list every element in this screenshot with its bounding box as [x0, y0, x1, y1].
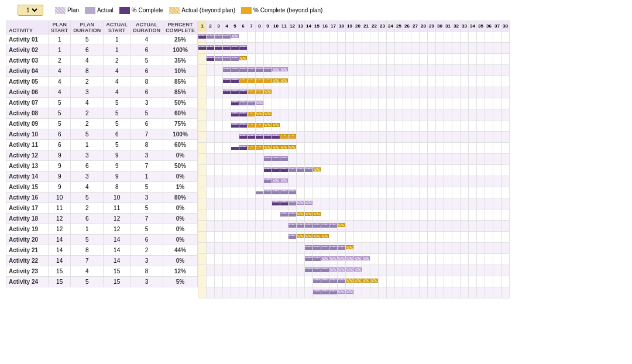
gantt-cell-p15 [313, 198, 321, 210]
gantt-cell-p25 [395, 243, 403, 254]
gantt-cell-p36 [485, 210, 493, 221]
gantt-cell-p3 [215, 198, 223, 210]
gantt-cell-p24 [387, 165, 395, 176]
gantt-cell-p1 [198, 154, 207, 165]
gantt-cell-p16 [321, 187, 329, 198]
gantt-cell-p15 [313, 32, 321, 43]
gantt-cell-p12 [288, 121, 297, 132]
gantt-cell-p26 [403, 176, 411, 187]
gantt-cell-p19 [346, 232, 354, 243]
cell-actual_start: 14 [104, 245, 130, 256]
gantt-cell-p18 [338, 254, 346, 265]
cell-actual_duration: 1 [130, 171, 163, 182]
gantt-cell-p32 [452, 276, 461, 287]
gantt-cell-p20 [354, 176, 362, 187]
pct-bar [264, 136, 272, 139]
gantt-cell-p27 [411, 165, 420, 176]
gantt-cell-p1 [198, 98, 207, 109]
gantt-cell-p10 [272, 143, 280, 154]
gantt-cell-p15 [313, 187, 321, 198]
gantt-cell-p23 [379, 210, 387, 221]
actual-bar [321, 280, 329, 283]
gantt-cell-p19 [346, 287, 354, 298]
gantt-cell-p9 [264, 243, 272, 254]
period-highlight-control[interactable]: 123 [18, 5, 43, 16]
gantt-cell-p19 [346, 54, 354, 65]
gantt-cell-p1 [198, 54, 207, 65]
actual-bar [239, 102, 247, 105]
gantt-cell-p32 [452, 109, 461, 121]
cell-actual_start: 9 [104, 150, 130, 161]
gantt-cell-p13 [297, 287, 305, 298]
cell-actual_start: 9 [104, 161, 130, 171]
beyond-bar [280, 78, 288, 83]
gantt-cell-p17 [329, 265, 338, 276]
gantt-cell-p6 [239, 165, 248, 176]
plan-bar [280, 178, 288, 183]
table-row: Activity 1493910% [6, 171, 198, 182]
page: 123 Plan Actual % Complete Actual (beyon… [0, 0, 632, 364]
gantt-cell-p35 [477, 165, 485, 176]
cell-percent: 0% [163, 214, 198, 224]
gantt-cell-p28 [420, 121, 428, 132]
gantt-cell-p25 [395, 109, 403, 121]
gantt-cell-p29 [428, 221, 436, 232]
gantt-cell-p7 [248, 98, 256, 109]
gantt-cell-p19 [346, 143, 354, 154]
gantt-cell-p37 [493, 132, 502, 143]
gantt-cell-p7 [248, 154, 256, 165]
gantt-row [198, 154, 510, 165]
gantt-cell-p13 [297, 65, 305, 76]
gantt-cell-p7 [248, 265, 256, 276]
gantt-cell-p24 [387, 287, 395, 298]
period-col-34: 34 [469, 21, 477, 32]
gantt-cell-p21 [362, 287, 370, 298]
gantt-cell-p38 [502, 43, 510, 54]
gantt-cell-p28 [420, 254, 428, 265]
cell-plan_duration: 4 [71, 98, 104, 108]
period-col-20: 20 [354, 21, 362, 32]
gantt-cell-p36 [485, 243, 493, 254]
gantt-cell-p19 [346, 43, 354, 54]
actual-swatch [85, 7, 95, 14]
gantt-cell-p29 [428, 198, 436, 210]
gantt-cell-p6 [239, 243, 248, 254]
gantt-cell-p3 [215, 43, 223, 54]
actual-bar [256, 69, 263, 72]
gantt-cell-p25 [395, 87, 403, 98]
gantt-cell-p17 [329, 154, 338, 165]
pct-bar [207, 47, 214, 50]
activity-name: Activity 24 [6, 277, 49, 287]
gantt-cell-p24 [387, 87, 395, 98]
activity-name: Activity 21 [6, 245, 49, 256]
gantt-cell-p28 [420, 265, 428, 276]
gantt-cell-p25 [395, 98, 403, 109]
gantt-cell-p20 [354, 232, 362, 243]
gantt-cell-p11 [280, 187, 288, 198]
gantt-cell-p13 [297, 176, 305, 187]
period-highlight-select[interactable]: 123 [24, 6, 39, 14]
pct-beyond-bar [256, 125, 263, 128]
gantt-cell-p12 [288, 276, 297, 287]
cell-plan_start: 4 [49, 87, 71, 98]
gantt-cell-p15 [313, 76, 321, 87]
gantt-cell-p7 [248, 176, 256, 187]
table-row: Activity 241551535% [6, 277, 198, 287]
gantt-cell-p9 [264, 254, 272, 265]
gantt-cell-p32 [452, 32, 461, 43]
legend-plan: Plan [55, 7, 79, 14]
gantt-cell-p38 [502, 187, 510, 198]
gantt-cell-p21 [362, 243, 370, 254]
cell-plan_start: 12 [49, 224, 71, 235]
pct-bar [231, 47, 239, 50]
gantt-cell-p7 [248, 276, 256, 287]
gantt-cell-p9 [264, 109, 272, 121]
gantt-cell-p29 [428, 32, 436, 43]
gantt-cell-p3 [215, 232, 223, 243]
cell-percent: 0% [163, 224, 198, 235]
gantt-cell-p4 [223, 109, 231, 121]
gantt-cell-p16 [321, 143, 329, 154]
gantt-cell-p5 [231, 121, 239, 132]
gantt-cell-p8 [256, 32, 264, 43]
gantt-cell-p3 [215, 132, 223, 143]
